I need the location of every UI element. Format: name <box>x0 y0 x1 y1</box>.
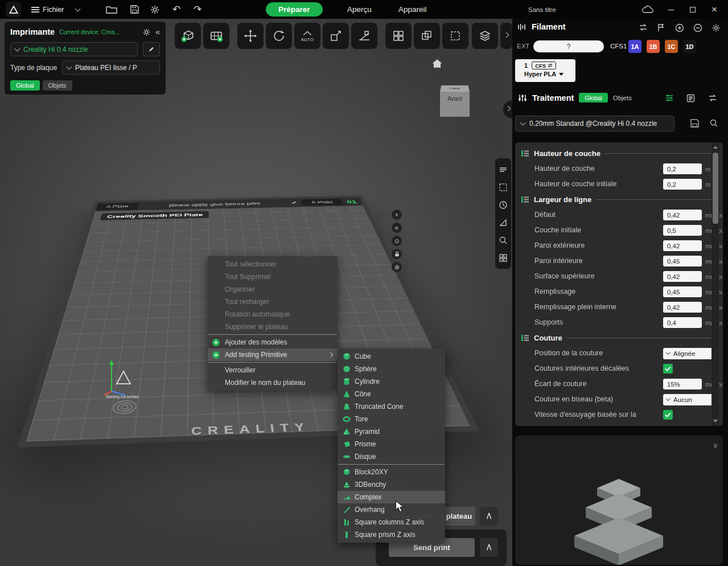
menu-item-reload-all[interactable]: Tout recharger <box>208 296 338 308</box>
collapse-preview-icon[interactable]: » <box>711 444 721 448</box>
collapse-panel-button[interactable]: « <box>155 27 160 36</box>
edit-pencil-icon[interactable] <box>290 201 298 204</box>
submenu-item-overhang[interactable]: Overhang <box>338 503 445 516</box>
tab-preparer[interactable]: Préparer <box>266 2 323 17</box>
zoom-search-button[interactable] <box>495 231 511 249</box>
setting-input[interactable]: 0,42 <box>663 271 702 282</box>
setting-input[interactable]: 15% <box>663 379 702 389</box>
viewport-3d[interactable]: A Plate please apply glue before print A… <box>0 19 512 566</box>
compare-presets-button[interactable] <box>708 94 717 102</box>
print-time-button[interactable] <box>495 196 511 214</box>
submenu-item-cube[interactable]: Cube <box>338 350 445 363</box>
open-file-button[interactable] <box>106 0 117 19</box>
arrange-tool-button[interactable] <box>385 23 412 49</box>
scrollbar-thumb[interactable] <box>713 153 718 224</box>
scarf-seam-select[interactable]: Aucun <box>663 394 716 405</box>
redo-button[interactable]: ↷ <box>194 0 201 19</box>
add-plate-button[interactable] <box>203 23 229 49</box>
setting-input[interactable]: 0,45 <box>663 256 702 266</box>
plate-tab-left[interactable]: A Plate <box>96 203 138 210</box>
setting-input[interactable]: 0,45 <box>663 286 702 297</box>
submenu-item-cone[interactable]: Cône <box>338 388 445 400</box>
filament-slot-1b[interactable]: 1B <box>647 40 660 53</box>
creality-logo[interactable] <box>6 0 21 19</box>
send-options-caret-button[interactable]: ᐱ <box>480 538 498 557</box>
scroll-down-arrow[interactable] <box>713 420 718 423</box>
minimize-button[interactable]: ─ <box>664 0 678 19</box>
angle-measure-button[interactable] <box>495 214 511 231</box>
grid-view-button[interactable] <box>495 249 511 266</box>
setting-input[interactable]: 0,42 <box>663 240 702 251</box>
plate-tab-right[interactable]: A Plate <box>301 199 343 206</box>
transform-tool-button[interactable] <box>442 23 468 49</box>
filament-settings-button[interactable] <box>711 23 721 32</box>
auto-orient-tool-button[interactable]: AUTO <box>294 23 320 49</box>
printer-tab-global[interactable]: Global <box>10 80 40 91</box>
scroll-up-arrow[interactable] <box>713 146 718 149</box>
search-settings-button[interactable] <box>709 118 718 128</box>
submenu-item-complex[interactable]: Complex <box>338 491 445 503</box>
save-preset-button[interactable] <box>690 118 700 128</box>
ext-filament-slot[interactable]: ? <box>533 40 604 52</box>
maximize-button[interactable] <box>686 0 700 19</box>
setting-input[interactable]: 0,5 <box>663 225 702 236</box>
plate-stack-button[interactable] <box>495 161 511 178</box>
submenu-item-3dbenchy[interactable]: 3DBenchy <box>338 478 445 491</box>
printer-tab-objects[interactable]: Objets <box>43 80 72 91</box>
file-menu[interactable]: Fichier <box>31 0 80 19</box>
submenu-item-prism[interactable]: Prisme <box>338 438 445 450</box>
staggered-seams-checkbox[interactable] <box>663 364 673 374</box>
preset-list-button[interactable] <box>686 94 695 102</box>
process-tab-global[interactable]: Global <box>579 93 607 102</box>
move-tool-button[interactable] <box>237 23 264 49</box>
submenu-item-sphere[interactable]: Sphère <box>338 363 445 375</box>
plate-lock-button[interactable] <box>392 249 402 259</box>
setting-input[interactable]: 0,2 <box>663 163 702 174</box>
submenu-item-square-prism[interactable]: Square prism Z axis <box>338 528 445 541</box>
tab-appareil[interactable]: Appareil <box>398 5 427 14</box>
printer-settings-icon[interactable] <box>142 28 151 36</box>
add-model-button[interactable] <box>175 23 201 49</box>
settings-gear-button[interactable] <box>150 0 160 19</box>
undo-button[interactable]: ↶ <box>172 0 180 19</box>
selection-box-button[interactable] <box>495 178 511 196</box>
cfs-tray-card[interactable]: 1 CFS Hyper PLA <box>515 59 575 82</box>
filament-slot-1c[interactable]: 1C <box>665 40 678 53</box>
plate-settings-button[interactable] <box>392 262 402 272</box>
dryer-flag-button[interactable] <box>657 23 665 32</box>
panel-expander-button[interactable] <box>503 100 512 118</box>
view-cube[interactable]: Haut Avant <box>440 81 470 117</box>
plate-target-button[interactable]: ⊙ <box>392 236 402 246</box>
slice-options-caret-button[interactable]: ᐱ <box>480 507 498 526</box>
settings-scrollbar[interactable] <box>711 142 719 426</box>
sync-filament-button[interactable] <box>639 23 648 31</box>
submenu-item-block20xy[interactable]: Block20XY <box>338 466 445 478</box>
home-view-button[interactable] <box>431 59 443 68</box>
menu-item-arrange[interactable]: Organiser <box>208 283 338 296</box>
submenu-item-pyramid[interactable]: Pyramid <box>338 425 445 438</box>
view-cube-front[interactable]: Avant <box>440 92 470 117</box>
plate-menu-button[interactable]: ≡ <box>392 223 402 233</box>
rotate-tool-button[interactable] <box>266 23 292 49</box>
save-button[interactable] <box>130 0 139 19</box>
menu-item-auto-rotate[interactable]: Rotation automatique <box>208 308 338 321</box>
remove-filament-button[interactable] <box>693 23 702 32</box>
toolbar-expand-button[interactable] <box>500 23 512 49</box>
layers-tool-button[interactable] <box>472 23 498 49</box>
close-button[interactable]: × <box>708 0 721 19</box>
setting-input[interactable]: 0,4 <box>663 317 702 328</box>
add-filament-button[interactable] <box>675 23 684 32</box>
filament-slot-1d[interactable]: 1D <box>683 40 696 53</box>
setting-input[interactable]: 0,42 <box>663 302 702 313</box>
cloud-sync-button[interactable] <box>641 0 654 19</box>
plate-type-select[interactable]: Plateau PEI lisse / P <box>62 60 160 75</box>
seam-position-select[interactable]: Alignée <box>663 348 716 359</box>
menu-item-lock[interactable]: Verrouiller <box>208 364 338 376</box>
menu-item-delete-all[interactable]: Tout Supprimer <box>208 270 338 283</box>
menu-item-add-testing-primitive[interactable]: + Add testing Primitive <box>208 348 338 361</box>
view-cube-top[interactable]: Haut <box>440 85 470 92</box>
menu-item-add-models[interactable]: + Ajouter des modèles <box>208 336 338 348</box>
wipe-speed-checkbox[interactable] <box>663 410 673 420</box>
plate-close-button[interactable]: × <box>392 210 402 220</box>
menu-item-rename-plate[interactable]: Modifier le nom du plateau <box>208 376 338 389</box>
